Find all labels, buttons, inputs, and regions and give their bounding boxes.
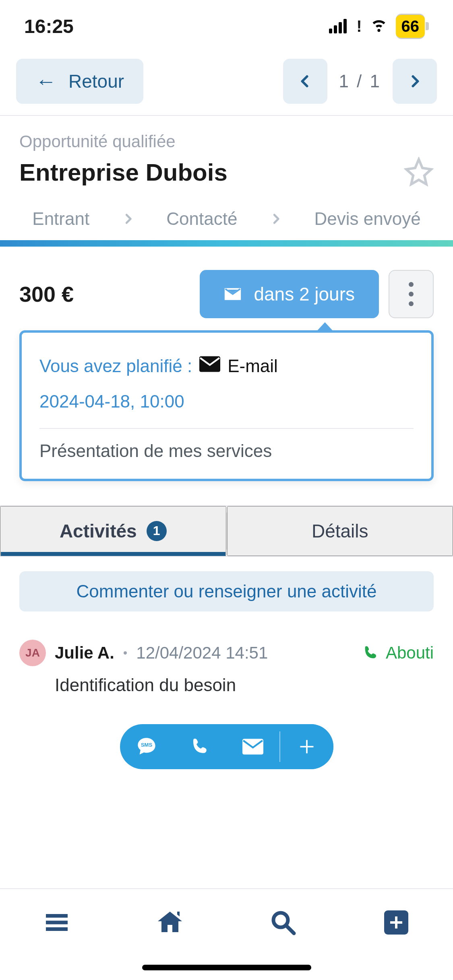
chevron-right-icon (407, 74, 422, 89)
pipeline-stages: Entrant Contacté Devis envoyé (0, 200, 453, 240)
page-title: Entreprise Dubois (19, 159, 228, 186)
prev-button[interactable] (283, 59, 327, 104)
tab-activities-label: Activités (60, 520, 137, 542)
email-button[interactable] (226, 724, 279, 769)
menu-icon (42, 908, 71, 937)
battery-level: 66 (396, 14, 425, 39)
favorite-button[interactable] (404, 157, 434, 188)
separator-dot: • (123, 646, 128, 660)
status-bar: 16:25 ! 66 (0, 0, 453, 52)
quick-actions: SMS (0, 707, 453, 793)
planned-header: Vous avez planifié : E-mail 2024-04-18, … (39, 352, 414, 429)
home-button[interactable] (155, 908, 184, 938)
arrow-left-icon: ← (35, 69, 56, 93)
back-label: Retour (68, 70, 124, 92)
planned-datetime: 2024-04-18, 10:00 (39, 387, 184, 416)
envelope-icon (242, 739, 263, 755)
planned-prefix: Vous avez planifié : (39, 352, 192, 380)
status-time: 16:25 (24, 15, 74, 37)
planned-description: Présentation de mes services (39, 441, 414, 461)
search-button[interactable] (269, 908, 298, 938)
signal-alert-icon: ! (356, 17, 362, 35)
stage-devis[interactable]: Devis envoyé (314, 209, 421, 229)
tab-details[interactable]: Détails (227, 506, 453, 556)
create-button[interactable] (382, 908, 411, 938)
activity-result-text: Abouti (386, 643, 434, 663)
amount-value: 300 € (19, 282, 190, 307)
planned-type: E-mail (228, 352, 278, 380)
planned-activity-card[interactable]: Vous avez planifié : E-mail 2024-04-18, … (19, 330, 434, 481)
back-button[interactable]: ← Retour (16, 59, 143, 104)
menu-button[interactable] (42, 908, 71, 938)
activities-count-badge: 1 (147, 521, 167, 541)
battery-icon: 66 (396, 14, 429, 39)
add-action-button[interactable] (280, 724, 333, 769)
home-icon (155, 908, 184, 937)
activity-item[interactable]: JA Julie A. • 12/04/2024 14:51 Abouti Id… (0, 628, 453, 707)
bottom-nav (0, 888, 453, 961)
call-button[interactable] (173, 724, 226, 769)
avatar: JA (19, 640, 46, 666)
pipeline-progress-bar (0, 240, 453, 247)
tab-details-label: Détails (312, 520, 368, 542)
stage-contacte[interactable]: Contacté (166, 209, 237, 229)
activity-body: Identification du besoin (55, 675, 434, 695)
activity-result: Abouti (362, 643, 434, 663)
wifi-icon (370, 15, 388, 37)
comment-box: Commenter ou renseigner une activité (0, 557, 453, 628)
more-options-button[interactable] (389, 270, 434, 318)
plus-square-icon (382, 908, 411, 937)
chevron-left-icon (298, 74, 312, 89)
schedule-label: dans 2 jours (254, 283, 355, 305)
pager: 1 / 1 (283, 59, 437, 104)
cellular-icon (329, 19, 347, 33)
chevron-right-icon (122, 213, 134, 225)
schedule-button[interactable]: dans 2 jours (200, 270, 379, 318)
phone-icon (362, 645, 379, 661)
sms-button[interactable]: SMS (120, 724, 173, 769)
star-icon (404, 157, 434, 187)
home-indicator (142, 965, 311, 970)
page-indicator: 1 / 1 (339, 71, 381, 91)
phone-icon (190, 737, 209, 756)
activity-header: JA Julie A. • 12/04/2024 14:51 Abouti (19, 640, 434, 666)
svg-text:SMS: SMS (141, 742, 152, 748)
sms-icon: SMS (136, 736, 157, 757)
opportunity-subtitle: Opportunité qualifiée (19, 132, 434, 151)
tab-activities[interactable]: Activités 1 (0, 506, 226, 556)
content-tabs: Activités 1 Détails (0, 505, 453, 557)
stage-entrant[interactable]: Entrant (32, 209, 89, 229)
plus-icon (298, 738, 316, 756)
envelope-icon (224, 285, 242, 303)
chevron-right-icon (270, 213, 282, 225)
status-right: ! 66 (329, 14, 429, 39)
comment-button[interactable]: Commenter ou renseigner une activité (19, 571, 434, 611)
search-icon (269, 908, 298, 937)
next-button[interactable] (393, 59, 437, 104)
top-nav: ← Retour 1 / 1 (0, 52, 453, 116)
header-block: Opportunité qualifiée Entreprise Dubois (0, 116, 453, 200)
envelope-icon (199, 352, 220, 380)
planned-activity-wrap: Vous avez planifié : E-mail 2024-04-18, … (0, 330, 453, 501)
activity-timestamp: 12/04/2024 14:51 (136, 643, 268, 663)
summary-row: 300 € dans 2 jours (0, 247, 453, 330)
activity-author: Julie A. (55, 643, 114, 663)
